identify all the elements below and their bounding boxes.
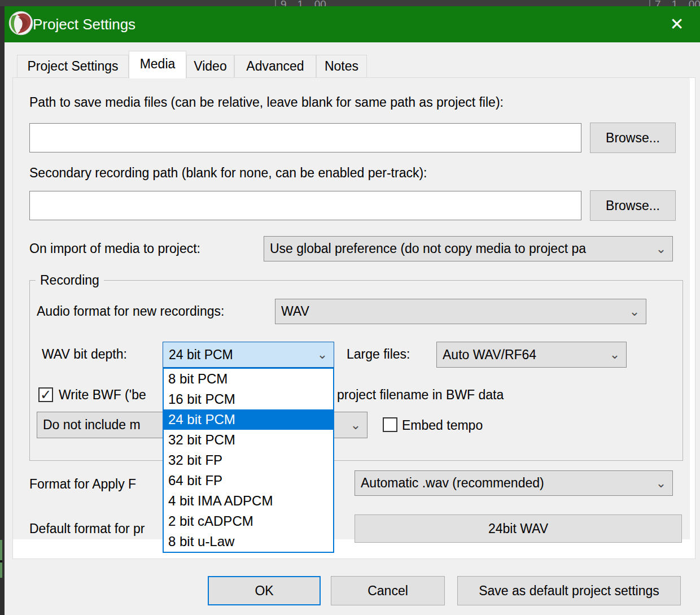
browse-path-button[interactable]: Browse... — [590, 123, 676, 153]
check-icon: ✓ — [40, 387, 51, 403]
list-item[interactable]: 2 bit cADPCM — [164, 511, 333, 531]
tab-project-settings[interactable]: Project Settings — [17, 55, 129, 77]
close-icon[interactable]: ✕ — [663, 13, 690, 37]
ruler-tick — [649, 0, 650, 6]
list-item[interactable]: 4 bit IMA ADPCM — [164, 491, 333, 511]
reaper-logo-icon — [8, 10, 34, 36]
import-mode-dropdown[interactable]: Use global preference (do not copy media… — [264, 236, 673, 261]
bit-depth-options-list: 8 bit PCM 16 bit PCM 24 bit PCM 32 bit P… — [163, 368, 334, 553]
tab-advanced[interactable]: Advanced — [234, 55, 316, 77]
default-format-button[interactable]: 24bit WAV — [355, 514, 682, 543]
list-item[interactable]: 32 bit FP — [164, 450, 333, 470]
chevron-down-icon: ⌄ — [608, 346, 622, 364]
ruler-tick — [275, 0, 276, 6]
apply-fx-label: Format for Apply F — [29, 477, 136, 492]
background-timeline-strip: 9 1 00 7 1 00 — [0, 0, 700, 6]
background-track-tick — [0, 560, 2, 562]
save-default-button[interactable]: Save as default project settings — [457, 576, 681, 605]
title-bar: Project Settings ✕ — [5, 6, 700, 42]
browse-secondary-button[interactable]: Browse... — [590, 190, 676, 221]
write-bwf-label: Write BWF ('be — [59, 387, 146, 403]
window-title: Project Settings — [33, 6, 135, 42]
chevron-down-icon: ⌄ — [349, 416, 362, 434]
large-files-label: Large files: — [347, 347, 410, 362]
bwf-filename-label: project filename in BWF data — [337, 387, 504, 403]
secondary-path-input[interactable] — [29, 191, 581, 220]
write-bwf-checkbox[interactable]: ✓ — [38, 387, 53, 402]
bit-depth-dropdown[interactable]: 24 bit PCM ⌄ — [163, 342, 334, 368]
list-item[interactable]: 32 bit PCM — [164, 430, 333, 450]
chevron-down-icon: ⌄ — [654, 474, 668, 492]
cancel-button[interactable]: Cancel — [331, 576, 445, 605]
apply-fx-format-dropdown[interactable]: Automatic .wav (recommended) ⌄ — [355, 470, 673, 496]
list-item[interactable]: 8 bit PCM — [164, 369, 333, 389]
audio-format-label: Audio format for new recordings: — [37, 304, 224, 319]
list-item[interactable]: 8 bit u-Law — [164, 531, 333, 552]
import-label: On import of media to project: — [29, 241, 200, 256]
timeline-ruler-fragment-left: 9 1 00 — [281, 0, 326, 6]
path-input[interactable] — [29, 123, 581, 152]
tab-video[interactable]: Video — [186, 55, 234, 77]
chevron-down-icon: ⌄ — [628, 303, 641, 321]
large-files-dropdown[interactable]: Auto WAV/RF64 ⌄ — [436, 342, 627, 368]
timeline-ruler-fragment-right: 7 1 00 — [655, 0, 700, 6]
embed-tempo-checkbox[interactable] — [383, 417, 397, 432]
tab-notes[interactable]: Notes — [316, 55, 367, 77]
ok-button[interactable]: OK — [208, 576, 321, 605]
list-item-selected[interactable]: 24 bit PCM — [164, 409, 333, 430]
background-left-strip — [0, 6, 5, 615]
embed-tempo-label: Embed tempo — [402, 418, 483, 433]
chevron-down-icon: ⌄ — [316, 346, 329, 364]
tab-media[interactable]: Media — [129, 51, 186, 78]
screen: 9 1 00 7 1 00 Project Settings ✕ Project… — [0, 0, 700, 615]
secondary-path-label: Secondary recording path (blank for none… — [29, 165, 427, 181]
bit-depth-label: WAV bit depth: — [42, 347, 127, 362]
background-track-strip — [0, 540, 2, 578]
list-item[interactable]: 16 bit PCM — [164, 389, 333, 409]
chevron-down-icon: ⌄ — [654, 240, 668, 258]
path-label: Path to save media files (can be relativ… — [29, 95, 504, 110]
recording-group-label: Recording — [36, 273, 104, 288]
list-item[interactable]: 64 bit FP — [164, 470, 333, 491]
default-format-label: Default format for pr — [29, 521, 145, 537]
audio-format-dropdown[interactable]: WAV ⌄ — [275, 299, 646, 324]
